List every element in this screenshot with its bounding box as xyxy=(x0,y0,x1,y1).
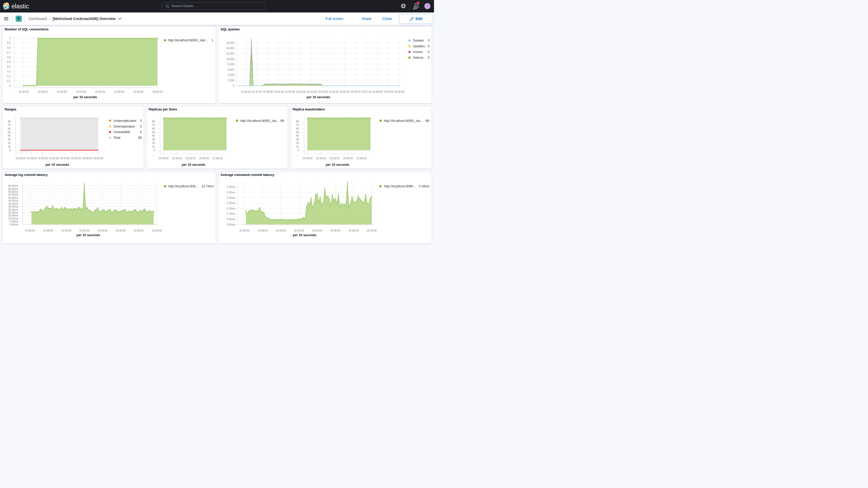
svg-text:0: 0 xyxy=(9,149,11,152)
svg-text:15:57:00: 15:57:00 xyxy=(362,90,372,93)
svg-text:15:58:00: 15:58:00 xyxy=(348,229,359,232)
svg-text:1: 1 xyxy=(212,39,213,42)
svg-text:0: 0 xyxy=(428,44,430,48)
svg-text:50: 50 xyxy=(152,131,155,134)
svg-text:Underreplicated: Underreplicated xyxy=(114,119,136,123)
svg-text:16:00:00: 16:00:00 xyxy=(394,90,404,93)
svg-text:0: 0 xyxy=(9,85,11,87)
svg-text:Inserts: Inserts xyxy=(413,50,422,54)
svg-text:15:54:00: 15:54:00 xyxy=(312,229,322,232)
svg-text:0: 0 xyxy=(428,50,430,54)
svg-text:25.00ms: 25.00ms xyxy=(8,208,18,211)
svg-text:15:52:00: 15:52:00 xyxy=(185,157,195,160)
svg-text:0.15ms: 0.15ms xyxy=(227,207,235,210)
svg-text:50: 50 xyxy=(8,131,11,134)
svg-text:15:48:00: 15:48:00 xyxy=(43,229,53,232)
svg-text:50.00ms: 50.00ms xyxy=(8,193,18,196)
svg-text:15:59:00: 15:59:00 xyxy=(383,90,394,93)
svg-text:15:49:00: 15:49:00 xyxy=(172,157,182,160)
svg-text:15:46:00: 15:46:00 xyxy=(16,157,26,160)
svg-text:2,000: 2,000 xyxy=(228,79,234,82)
svg-text:20.00ms: 20.00ms xyxy=(8,211,18,214)
svg-text:15:52:00: 15:52:00 xyxy=(76,90,86,93)
svg-text:10,000: 10,000 xyxy=(226,58,234,61)
svg-text:15:50:00: 15:50:00 xyxy=(285,90,295,93)
svg-text:15:50:00: 15:50:00 xyxy=(57,90,67,93)
svg-text:0: 0 xyxy=(140,125,142,128)
svg-text:15:48:00: 15:48:00 xyxy=(38,90,48,93)
svg-text:12,000: 12,000 xyxy=(226,52,234,55)
svg-text:http://localhost:808...: http://localhost:808... xyxy=(168,184,198,188)
svg-text:Overreplicated: Overreplicated xyxy=(114,125,135,128)
svg-text:16:00:00: 16:00:00 xyxy=(367,229,377,232)
svg-text:15:55:00: 15:55:00 xyxy=(339,90,349,93)
svg-text:16:00:00: 16:00:00 xyxy=(93,157,103,160)
svg-text:30.00ms: 30.00ms xyxy=(8,205,18,208)
svg-text:0: 0 xyxy=(140,130,142,134)
svg-text:40: 40 xyxy=(8,134,11,138)
svg-text:per 10 seconds: per 10 seconds xyxy=(306,95,330,99)
svg-text:70: 70 xyxy=(296,124,299,126)
svg-text:35.00ms: 35.00ms xyxy=(8,203,18,205)
svg-text:0.8: 0.8 xyxy=(7,47,11,49)
svg-text:0.30ms: 0.30ms xyxy=(227,191,235,194)
svg-text:0.2: 0.2 xyxy=(7,75,11,78)
svg-text:15:46:00: 15:46:00 xyxy=(19,90,29,93)
svg-text:Unavailable: Unavailable xyxy=(114,130,130,134)
svg-text:15:56:00: 15:56:00 xyxy=(350,90,361,93)
svg-text:per 10 seconds: per 10 seconds xyxy=(73,95,97,99)
svg-text:0.9: 0.9 xyxy=(7,42,11,45)
svg-text:0.05ms: 0.05ms xyxy=(227,218,235,221)
svg-text:0.26ms: 0.26ms xyxy=(418,184,429,188)
svg-text:15:46:00: 15:46:00 xyxy=(25,229,35,232)
svg-text:55.00ms: 55.00ms xyxy=(8,190,18,193)
svg-text:15:48:00: 15:48:00 xyxy=(263,90,273,93)
svg-text:elastic: elastic xyxy=(12,3,29,10)
svg-text:15:52:00: 15:52:00 xyxy=(329,157,339,160)
svg-text:0: 0 xyxy=(140,119,142,123)
svg-text:0.1: 0.1 xyxy=(7,80,11,82)
svg-text:10: 10 xyxy=(296,145,299,148)
svg-text:60: 60 xyxy=(8,127,11,130)
svg-text:89: 89 xyxy=(280,119,284,123)
svg-text:15:55:00: 15:55:00 xyxy=(343,157,353,160)
svg-text:15:50:00: 15:50:00 xyxy=(276,229,286,232)
svg-text:0.7: 0.7 xyxy=(7,51,11,54)
svg-text:Deletes: Deletes xyxy=(413,39,424,42)
svg-text:15:58:00: 15:58:00 xyxy=(356,157,366,160)
svg-text:15:58:00: 15:58:00 xyxy=(372,90,382,93)
svg-text:15:56:00: 15:56:00 xyxy=(330,229,340,232)
svg-text:70: 70 xyxy=(152,124,155,126)
svg-text:Updates: Updates xyxy=(413,44,425,48)
svg-text:15:49:00: 15:49:00 xyxy=(274,90,284,93)
svg-text:6,000: 6,000 xyxy=(228,68,234,71)
svg-text:20: 20 xyxy=(296,142,299,145)
svg-text:15:51:00: 15:51:00 xyxy=(296,90,306,93)
svg-text:0.10ms: 0.10ms xyxy=(227,212,235,215)
svg-text:15:52:00: 15:52:00 xyxy=(79,229,89,232)
svg-text:80: 80 xyxy=(152,120,155,123)
svg-text:15:50:00: 15:50:00 xyxy=(61,229,71,232)
svg-text:15:47:00: 15:47:00 xyxy=(252,90,262,93)
svg-text:15:56:00: 15:56:00 xyxy=(116,229,126,232)
svg-text:15:54:00: 15:54:00 xyxy=(95,90,105,93)
svg-text:15:58:00: 15:58:00 xyxy=(82,157,92,160)
svg-text:15:56:00: 15:56:00 xyxy=(71,157,81,160)
svg-text:15:58:00: 15:58:00 xyxy=(212,157,222,160)
svg-text:http://localhost:8080/_stat...: http://localhost:8080/_stat... xyxy=(168,39,208,42)
svg-text:70: 70 xyxy=(8,124,11,126)
svg-text:22.74ms: 22.74ms xyxy=(202,184,214,188)
svg-text:0.00ms: 0.00ms xyxy=(10,223,19,226)
svg-text:80: 80 xyxy=(8,120,11,123)
svg-text:per 10 seconds: per 10 seconds xyxy=(77,233,100,237)
svg-text:1: 1 xyxy=(9,37,11,40)
svg-text:15:46:00: 15:46:00 xyxy=(241,90,251,93)
svg-text:http://localhost:8080...: http://localhost:8080... xyxy=(384,184,415,188)
svg-text:15:48:00: 15:48:00 xyxy=(257,229,268,232)
svg-text:http://localhost:8080/_sta...: http://localhost:8080/_sta... xyxy=(240,119,279,123)
svg-text:30: 30 xyxy=(8,138,11,141)
svg-text:15:54:00: 15:54:00 xyxy=(97,229,107,232)
svg-text:89: 89 xyxy=(138,136,142,140)
svg-text:15:52:00: 15:52:00 xyxy=(49,157,59,160)
svg-text:0.4: 0.4 xyxy=(7,65,11,68)
